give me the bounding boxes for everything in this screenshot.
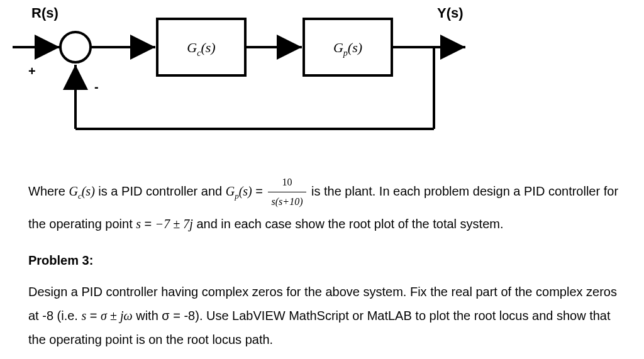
output-signal-label: Y(s) bbox=[437, 6, 464, 21]
input-signal-label: R(s) bbox=[31, 6, 58, 21]
block-diagram: R(s) Y(s) + - Gc(s) Gp(s) bbox=[6, 6, 478, 151]
problem-paragraph: Design a PID controller having complex z… bbox=[28, 280, 626, 351]
description-paragraph: Where Gc(s) is a PID controller and Gp(s… bbox=[28, 173, 626, 236]
minus-sign: - bbox=[94, 80, 99, 94]
plant-label: Gp(s) bbox=[333, 40, 362, 58]
controller-label: Gc(s) bbox=[187, 40, 215, 58]
plus-sign: + bbox=[28, 64, 36, 78]
problem-heading: Problem 3: bbox=[28, 248, 626, 272]
summing-junction bbox=[60, 32, 91, 62]
